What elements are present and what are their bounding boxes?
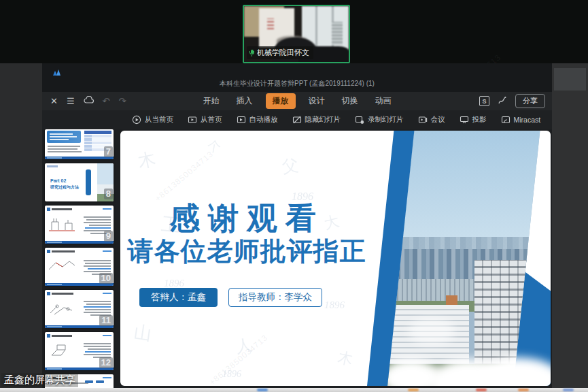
taskbar-blob — [563, 389, 574, 391]
thumb12-diagram — [48, 342, 76, 359]
thumbnail-slide-8[interactable]: Part 02 研究过程与方法 8 — [45, 163, 114, 201]
advisor-badge: 指导教师：李学众 — [228, 288, 322, 307]
wps-presentation-logo-icon — [53, 69, 61, 76]
wall-poster — [267, 18, 274, 29]
play-first-icon — [188, 115, 197, 125]
thumbnail-slide-7[interactable]: 7 — [45, 129, 114, 159]
record-icon — [355, 115, 364, 125]
hide-slide-button[interactable]: 隐藏幻灯片 — [292, 115, 341, 125]
webcam-video-tile[interactable]: 机械学院田怀文 — [243, 5, 350, 63]
presenter-badge: 答辩人：孟鑫 — [139, 288, 218, 307]
slide-number-badge: 7 — [104, 146, 113, 157]
desktop-right-strip — [552, 63, 588, 388]
participant-name-badge: 机械学院田怀文 — [247, 46, 313, 59]
thumb8-divider-bar — [86, 169, 91, 195]
taskbar-blob — [476, 389, 487, 391]
slide-bg-glyph: 山 — [133, 320, 154, 346]
slide-bg-glyph: 个 — [206, 136, 222, 157]
slide-title-line2: 请各位老师批评指正 — [120, 235, 373, 268]
tab-home[interactable]: 开始 — [199, 93, 224, 109]
screen-share-region: 本科生毕业设计开题答辩PPT (孟鑫2019111224) (1) ✕ ☰ ↶ … — [0, 63, 588, 388]
screen-share-banner: 孟鑫的屏幕共享 — [1, 373, 78, 387]
s-mode-icon[interactable]: S — [479, 96, 489, 106]
play-from-current-button[interactable]: 从当前页 — [132, 115, 173, 125]
wps-presentation-window: 本科生毕业设计开题答辩PPT (孟鑫2019111224) (1) ✕ ☰ ↶ … — [42, 63, 552, 388]
desktop-left-strip — [0, 63, 42, 388]
slide-bg-year: 1896 — [222, 369, 241, 380]
slide-watermark: +8613850034713 — [207, 333, 270, 386]
slide-number-badge: 11 — [99, 315, 113, 326]
slide-watermark: +8613850034713 — [153, 149, 215, 203]
project-button[interactable]: 投影 — [460, 115, 487, 125]
radiator — [332, 22, 343, 45]
window-titlebar: 本科生毕业设计开题答辩PPT (孟鑫2019111224) (1) — [42, 63, 552, 92]
tab-design[interactable]: 设计 — [305, 93, 329, 109]
miracast-icon — [501, 115, 511, 125]
miracast-button[interactable]: Miracast — [501, 115, 541, 125]
editor-workspace: 7 Part 02 研究过程与方法 8 — [42, 129, 552, 388]
slide-thumbnail-panel: 7 Part 02 研究过程与方法 8 — [42, 129, 118, 388]
taskbar-blob — [518, 389, 529, 391]
meeting-button[interactable]: 会议 — [418, 115, 445, 125]
slide-canvas[interactable]: 木 个 父 工 大 山 人 木 1896 1896 1896 1896 +861… — [120, 131, 551, 386]
thumb11-diagram — [48, 299, 76, 317]
slide-bg-glyph: 木 — [136, 147, 158, 174]
annotation-pen-icon[interactable] — [498, 96, 507, 107]
slide-number-badge: 9 — [104, 231, 113, 242]
document-title: 本科生毕业设计开题答辩PPT (孟鑫2019111224) (1) — [42, 79, 552, 88]
play-circle-icon — [132, 115, 141, 125]
background-window-fragment — [554, 68, 586, 91]
thumb8-part-label: Part 02 — [50, 178, 66, 183]
tab-slideshow-active[interactable]: 播放 — [266, 93, 296, 109]
thumb-footer — [45, 241, 114, 244]
tab-animation[interactable]: 动画 — [371, 93, 396, 109]
slide-number-badge: 10 — [99, 273, 113, 284]
campus-photo — [387, 131, 540, 386]
thumb7-callout — [47, 131, 81, 143]
meeting-icon — [418, 115, 428, 125]
hide-slide-icon — [292, 115, 302, 125]
thumbnail-slide-10[interactable]: 10 — [45, 248, 114, 286]
mic-on-icon — [249, 50, 254, 56]
photo-cloud — [408, 318, 455, 345]
slide-bg-year: 1896 — [324, 299, 345, 311]
slide-bg-glyph: 父 — [281, 154, 300, 178]
tab-insert[interactable]: 插入 — [232, 93, 257, 109]
thumb9-diagram — [48, 215, 76, 233]
slideshow-toolbar: 从当前页 从首页 自动播放 隐藏幻灯片 录制幻灯片 — [42, 110, 552, 129]
thumb8-logo — [47, 165, 58, 167]
slide-number-badge: 8 — [104, 189, 113, 199]
thumb-footer — [45, 157, 114, 159]
ribbon-tabs: 开始 插入 播放 设计 切换 动画 — [42, 92, 552, 110]
play-from-start-button[interactable]: 从首页 — [188, 115, 222, 125]
autoplay-button[interactable]: 自动播放 — [237, 115, 278, 125]
taskbar-sliver — [0, 388, 588, 392]
slide-title-line1: 感谢观看 — [120, 201, 373, 235]
tab-transition[interactable]: 切换 — [338, 93, 362, 109]
share-button[interactable]: 分享 — [515, 94, 545, 108]
thumbnail-slide-9[interactable]: 9 — [45, 206, 114, 244]
slide-number-badge: 12 — [99, 357, 113, 368]
thumb10-diagram — [48, 257, 76, 275]
thumbnail-slide-11[interactable]: 11 — [45, 290, 114, 328]
slide-title-block: 感谢观看 请各位老师批评指正 — [120, 201, 373, 267]
participant-name: 机械学院田怀文 — [257, 48, 309, 58]
slide-badges: 答辩人：孟鑫 指导教师：李学众 — [139, 288, 322, 307]
autoplay-icon — [237, 115, 246, 125]
thumb8-title: 研究过程与方法 — [50, 184, 79, 191]
meeting-stage: +8613850034713 385009 +8613850034713 385… — [0, 0, 588, 392]
projector-icon — [460, 115, 469, 125]
record-slideshow-button[interactable]: 录制幻灯片 — [355, 115, 404, 125]
slide-bg-glyph: 木 — [336, 347, 355, 370]
taskbar-blob — [257, 389, 268, 391]
menu-bar: ✕ ☰ ↶ ↷ 开始 插入 播放 设计 切换 动画 S — [42, 92, 552, 110]
slide-bg-glyph: 人 — [234, 333, 254, 358]
thumbnail-slide-12[interactable]: 12 — [45, 332, 114, 370]
taskbar-blob — [408, 389, 419, 391]
